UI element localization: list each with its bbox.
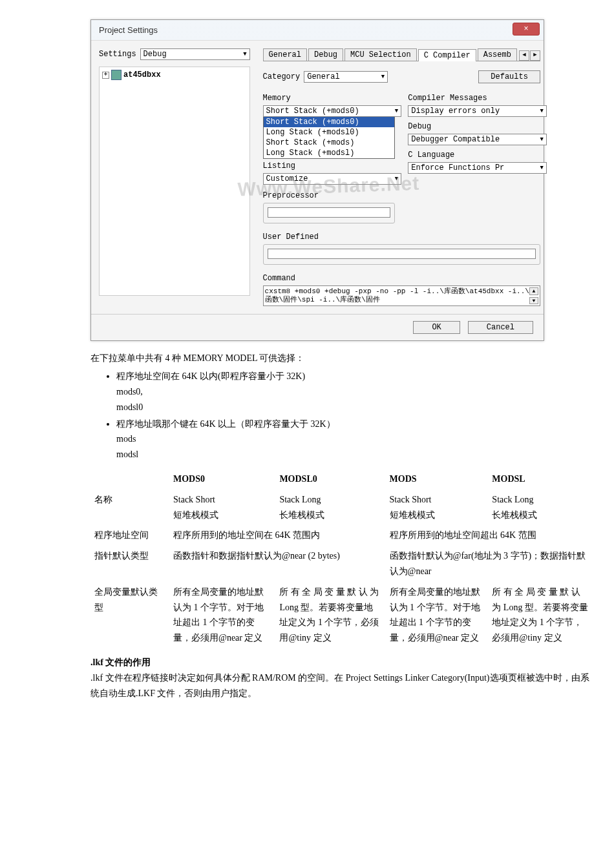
command-box[interactable]: cxstm8 +mods0 +debug -pxp -no -pp -l -i.… bbox=[263, 285, 540, 306]
memory-label: Memory bbox=[263, 94, 396, 103]
project-tree[interactable]: + at45dbxx bbox=[99, 67, 250, 296]
intro-text: 在下拉菜单中共有 4 种 MEMORY MODEL 可供选择： bbox=[90, 351, 595, 366]
listing-label: Listing bbox=[263, 161, 396, 170]
memory-option[interactable]: Short Stack (+mods) bbox=[264, 138, 395, 148]
cell: 所 有 全 局 变 量 默 认 为 Long 型。若要将变量地址定义为 1 个字… bbox=[275, 582, 385, 648]
compiler-messages-label: Compiler Messages bbox=[408, 94, 540, 103]
cell: Stack Short 短堆栈模式 bbox=[386, 490, 489, 526]
listing-value: Customize bbox=[266, 174, 308, 183]
tab-mcu[interactable]: MCU Selection bbox=[344, 48, 417, 61]
settings-combo[interactable]: Debug ▼ bbox=[140, 48, 250, 60]
settings-value: Debug bbox=[143, 50, 167, 59]
tabs: General Debug MCU Selection C Compiler A… bbox=[263, 48, 540, 61]
ok-button[interactable]: OK bbox=[413, 321, 460, 334]
scroll-up-icon[interactable]: ▲ bbox=[529, 287, 538, 295]
defaults-button[interactable]: Defaults bbox=[478, 70, 540, 83]
cell: 所有全局变量的地址默认为 1 个字节。对于地址超出 1 个字节的变量，必须用@n… bbox=[169, 582, 275, 648]
cell: 程序所用到的地址空间超出 64K 范围 bbox=[386, 525, 595, 546]
command-label: Command bbox=[263, 274, 540, 283]
listing-combo[interactable]: Customize ▼ bbox=[263, 173, 402, 185]
chevron-down-icon: ▼ bbox=[395, 176, 398, 182]
cell: Stack Short 短堆栈模式 bbox=[169, 490, 275, 526]
settings-label: Settings bbox=[99, 50, 136, 59]
memory-value: Short Stack (+mods0) bbox=[266, 107, 359, 116]
debug-combo[interactable]: Debugger Compatible ▼ bbox=[408, 134, 547, 145]
project-settings-dialog: Project Settings × Settings Debug ▼ + at… bbox=[90, 19, 544, 341]
user-defined-group bbox=[263, 244, 540, 265]
preprocessor-group bbox=[263, 203, 396, 223]
lkf-heading: .lkf 文件的作用 bbox=[90, 655, 595, 670]
tab-scroll-right-icon[interactable]: ▶ bbox=[530, 50, 540, 61]
clang-value: Enforce Functions Pr bbox=[411, 163, 504, 172]
command-text: cxstm8 +mods0 +debug -pxp -no -pp -l -i.… bbox=[265, 287, 536, 304]
memory-option[interactable]: Short Stack (+mods0) bbox=[264, 117, 395, 127]
memory-option[interactable]: Long Stack (+modsl) bbox=[264, 148, 395, 158]
memory-model-table: MODS0 MODSL0 MODS MODSL 名称 Stack Short 短… bbox=[90, 469, 595, 648]
cell: Stack Long 长堆栈模式 bbox=[275, 490, 385, 526]
cell: 函数指针默认为@far(地址为 3 字节)；数据指针默认为@near bbox=[386, 546, 595, 582]
memory-combo[interactable]: Short Stack (+mods0) ▼ bbox=[263, 105, 402, 117]
col-header: MODSL bbox=[488, 469, 595, 490]
debug-section-label: Debug bbox=[408, 122, 540, 131]
chevron-down-icon: ▼ bbox=[540, 136, 544, 143]
cancel-button[interactable]: Cancel bbox=[468, 321, 533, 334]
col-header: MODS bbox=[386, 469, 489, 490]
preprocessor-input[interactable] bbox=[268, 207, 391, 218]
tab-assembler[interactable]: Assemb bbox=[478, 48, 517, 61]
user-defined-input[interactable] bbox=[268, 249, 536, 259]
memory-dropdown-list: Short Stack (+mods0) Long Stack (+modsl0… bbox=[263, 116, 396, 159]
category-label: Category bbox=[263, 72, 301, 81]
close-button[interactable]: × bbox=[513, 23, 540, 36]
lkf-body: .lkf 文件在程序链接时决定如何具体分配 RAM/ROM 的空间。在 Proj… bbox=[90, 670, 595, 701]
clang-combo[interactable]: Enforce Functions Pr ▼ bbox=[408, 162, 547, 174]
chevron-down-icon: ▼ bbox=[395, 108, 398, 114]
list-item: 程序地址哦那个键在 64K 以上（即程序容量大于 32K） mods modsl bbox=[116, 417, 595, 462]
user-defined-label: User Defined bbox=[263, 232, 540, 242]
tab-general[interactable]: General bbox=[263, 48, 307, 61]
chevron-down-icon: ▼ bbox=[540, 165, 544, 171]
row-label: 名称 bbox=[90, 490, 169, 526]
preprocessor-label: Preprocessor bbox=[263, 191, 396, 200]
tab-c-compiler[interactable]: C Compiler bbox=[418, 49, 476, 61]
tree-item[interactable]: + at45dbxx bbox=[102, 70, 247, 80]
tab-debug[interactable]: Debug bbox=[308, 48, 343, 61]
cell: 程序所用到的地址空间在 64K 范围内 bbox=[169, 525, 386, 546]
col-header: MODSL0 bbox=[275, 469, 385, 490]
tree-item-label: at45dbxx bbox=[123, 70, 161, 79]
category-value: General bbox=[307, 72, 339, 81]
clang-label: C Language bbox=[408, 150, 540, 160]
chevron-down-icon: ▼ bbox=[540, 108, 544, 114]
list-item: 程序地址空间在 64K 以内(即程序容量小于 32K) mods0, modsl… bbox=[116, 369, 595, 415]
col-header: MODS0 bbox=[169, 469, 275, 490]
project-icon bbox=[111, 70, 122, 80]
cell: 所 有 全 局 变 量 默 认 为 Long 型。若要将变量地址定义为 1 个字… bbox=[488, 582, 595, 648]
cell: Stack Long 长堆栈模式 bbox=[488, 490, 595, 526]
dialog-title: Project Settings bbox=[91, 20, 544, 40]
row-label: 全局变量默认类型 bbox=[90, 582, 169, 648]
cell: 函数指针和数据指针默认为@near (2 bytes) bbox=[169, 546, 386, 582]
scroll-down-icon[interactable]: ▼ bbox=[529, 297, 538, 305]
compiler-messages-value: Display errors only bbox=[411, 107, 500, 116]
chevron-down-icon: ▼ bbox=[243, 51, 246, 57]
row-label: 指针默认类型 bbox=[90, 546, 169, 582]
debug-value: Debugger Compatible bbox=[411, 135, 500, 144]
row-label: 程序地址空间 bbox=[90, 525, 169, 546]
compiler-messages-combo[interactable]: Display errors only ▼ bbox=[408, 105, 547, 117]
memory-option[interactable]: Long Stack (+modsl0) bbox=[264, 127, 395, 138]
expand-icon[interactable]: + bbox=[102, 72, 109, 79]
tab-scroll-left-icon[interactable]: ◀ bbox=[519, 50, 529, 61]
cell: 所有全局变量的地址默认为 1 个字节。对于地址超出 1 个字节的变量，必须用@n… bbox=[386, 582, 489, 648]
chevron-down-icon: ▼ bbox=[381, 74, 385, 80]
category-combo[interactable]: General ▼ bbox=[304, 71, 388, 83]
